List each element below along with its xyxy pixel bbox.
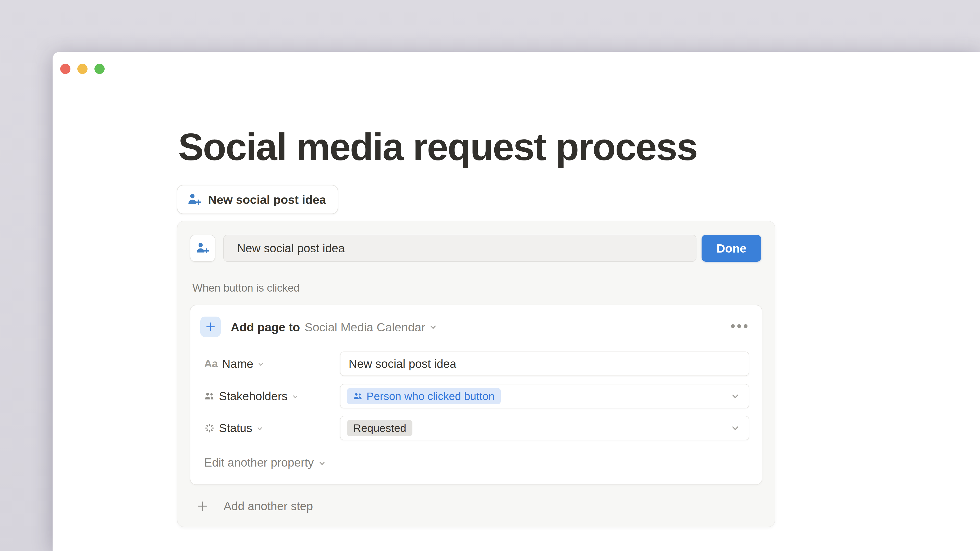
ellipsis-icon: [744, 324, 748, 328]
chevron-down-icon: [429, 323, 438, 331]
status-property-selector[interactable]: Status: [204, 421, 340, 435]
target-database-name: Social Media Calendar: [305, 320, 425, 334]
close-window-icon[interactable]: [60, 64, 70, 74]
ellipsis-icon: [731, 324, 735, 328]
name-property-selector[interactable]: Aa Name: [204, 357, 340, 371]
more-options-button[interactable]: [731, 324, 748, 328]
status-chip[interactable]: Requested: [347, 420, 412, 436]
chevron-down-icon: [256, 425, 263, 432]
step-action-label: Add page to: [231, 320, 300, 334]
zoom-window-icon[interactable]: [94, 64, 105, 74]
button-editor-panel: Done When button is clicked Add page to …: [177, 221, 775, 527]
property-label: Stakeholders: [219, 389, 288, 403]
new-social-post-idea-button[interactable]: New social post idea: [177, 185, 338, 214]
traffic-lights: [60, 64, 105, 74]
status-spinner-icon: [204, 423, 215, 433]
automation-step-card: Add page to Social Media Calendar Aa Nam…: [190, 305, 762, 485]
stakeholders-value-field[interactable]: Person who clicked button: [340, 384, 749, 408]
add-another-step-label: Add another step: [224, 499, 313, 513]
status-value-field[interactable]: Requested: [340, 416, 749, 440]
chevron-down-icon: [257, 361, 264, 368]
plus-icon: [204, 321, 217, 333]
property-label: Name: [222, 357, 253, 371]
page-title: Social media request process: [178, 127, 697, 167]
step-header: Add page to Social Media Calendar: [231, 320, 438, 334]
add-page-step-icon[interactable]: [200, 317, 221, 337]
done-button[interactable]: Done: [702, 235, 761, 262]
target-database-selector[interactable]: Social Media Calendar: [305, 320, 438, 334]
button-icon-picker[interactable]: [190, 235, 215, 262]
edit-another-property-button[interactable]: Edit another property: [204, 455, 326, 470]
stakeholders-property-selector[interactable]: Stakeholders: [204, 389, 340, 403]
chevron-down-icon[interactable]: [730, 391, 740, 401]
person-plus-icon: [187, 192, 202, 207]
text-property-icon: Aa: [204, 358, 218, 370]
chevron-down-icon: [292, 393, 299, 400]
edit-another-property-label: Edit another property: [204, 456, 314, 469]
property-row-status: Status Requested: [204, 416, 749, 440]
name-value-field[interactable]: [340, 351, 749, 376]
add-another-step-button[interactable]: Add another step: [196, 497, 313, 515]
trigger-button-label: New social post idea: [208, 192, 326, 206]
minimize-window-icon[interactable]: [77, 64, 88, 74]
plus-icon: [196, 499, 209, 513]
property-label: Status: [219, 421, 252, 435]
people-icon: [353, 391, 363, 401]
app-window: Social media request process New social …: [52, 52, 980, 551]
trigger-caption: When button is clicked: [192, 282, 300, 294]
property-row-name: Aa Name: [204, 351, 749, 376]
people-icon: [204, 391, 215, 402]
person-chip-label: Person who clicked button: [366, 390, 495, 403]
chevron-down-icon: [318, 459, 326, 467]
ellipsis-icon: [737, 324, 741, 328]
person-plus-icon: [196, 241, 210, 256]
button-name-input[interactable]: [223, 235, 697, 262]
status-chip-label: Requested: [353, 422, 406, 434]
name-value-input[interactable]: [347, 352, 742, 375]
chevron-down-icon[interactable]: [730, 423, 740, 433]
property-row-stakeholders: Stakeholders Person who clicked button: [204, 384, 749, 408]
person-chip[interactable]: Person who clicked button: [347, 388, 501, 404]
